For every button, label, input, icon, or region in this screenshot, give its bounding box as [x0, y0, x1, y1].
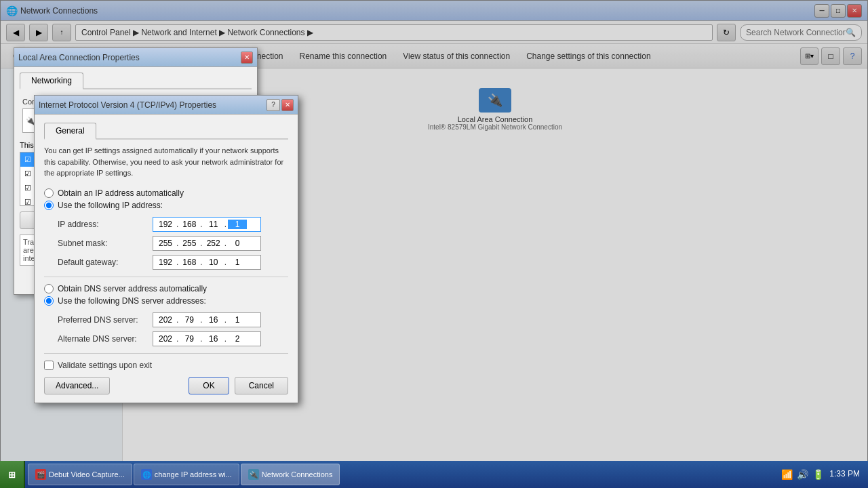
- gateway-input[interactable]: . . .: [153, 255, 261, 270]
- subnet-seg4[interactable]: [228, 239, 247, 248]
- tcp-title-bar: Internet Protocol Version 4 (TCP/IPv4) P…: [35, 96, 298, 115]
- radio-auto-dns[interactable]: [44, 284, 54, 293]
- ip-seg2[interactable]: [180, 220, 199, 229]
- change-ip-icon: 🌐: [141, 469, 152, 480]
- radio-auto-dns-row: Obtain DNS server address automatically: [44, 284, 288, 293]
- radio-manual-ip-row: Use the following IP address:: [44, 201, 288, 210]
- clock[interactable]: 1:33 PM: [829, 469, 860, 480]
- subnet-mask-label: Subnet mask:: [58, 239, 153, 248]
- divider2: [44, 353, 288, 354]
- pdns-seg1[interactable]: [156, 315, 175, 325]
- debut-label: Debut Video Capture...: [49, 470, 125, 479]
- windows-icon: ⊞: [8, 470, 16, 480]
- taskbar-item-debut[interactable]: 🎬 Debut Video Capture...: [28, 464, 132, 485]
- preferred-dns-label: Preferred DNS server:: [58, 315, 153, 325]
- taskbar-items: 🎬 Debut Video Capture... 🌐 change IP add…: [25, 464, 773, 485]
- gateway-label: Default gateway:: [58, 258, 153, 267]
- lac-title: Local Area Connection Properties: [18, 53, 241, 62]
- dns-radio-group: Obtain DNS server address automatically …: [44, 284, 288, 306]
- tcp-title-controls: ? ✕: [267, 99, 294, 111]
- gateway-row: Default gateway: . . .: [58, 255, 288, 270]
- adns-seg1[interactable]: [156, 334, 175, 344]
- adns-seg3[interactable]: [204, 334, 223, 344]
- validate-label: Validate settings upon exit: [58, 361, 152, 370]
- network-label: Network Connections: [262, 470, 333, 479]
- radio-auto-ip-row: Obtain an IP address automatically: [44, 188, 288, 198]
- ip-address-row: IP address: . . .: [58, 217, 288, 232]
- debut-icon: 🎬: [35, 469, 46, 480]
- tcp-title: Internet Protocol Version 4 (TCP/IPv4) P…: [39, 100, 267, 110]
- battery-icon: 🔋: [812, 469, 824, 480]
- radio-auto-dns-label: Obtain DNS server address automatically: [58, 284, 207, 293]
- clock-time: 1:33 PM: [829, 469, 860, 480]
- subnet-seg2[interactable]: [180, 239, 199, 248]
- tcp-help-button[interactable]: ?: [267, 99, 280, 111]
- tray-icons: 📶 🔊 🔋: [781, 469, 824, 480]
- divider: [44, 277, 288, 277]
- lac-tab-bar: Networking: [20, 73, 252, 89]
- gateway-seg1[interactable]: [156, 258, 175, 267]
- tcp-close-button[interactable]: ✕: [281, 99, 294, 111]
- radio-manual-ip[interactable]: [44, 201, 54, 210]
- tcp-info-text: You can get IP settings assigned automat…: [44, 145, 288, 179]
- network-icon: 🔌: [248, 469, 259, 480]
- alternate-dns-row: Alternate DNS server: . . .: [58, 331, 288, 346]
- alternate-dns-input[interactable]: . . .: [153, 331, 261, 346]
- subnet-mask-input[interactable]: . . .: [153, 236, 261, 251]
- subnet-seg1[interactable]: [156, 239, 175, 248]
- ip-radio-group: Obtain an IP address automatically Use t…: [44, 188, 288, 210]
- pdns-seg4[interactable]: [228, 315, 247, 325]
- adns-seg4[interactable]: [228, 334, 247, 344]
- pdns-seg3[interactable]: [204, 315, 223, 325]
- radio-auto-ip-label: Obtain an IP address automatically: [58, 188, 184, 198]
- ip-field-group: IP address: . . . Subnet mask: .: [44, 217, 288, 270]
- pdns-seg2[interactable]: [180, 315, 199, 325]
- ok-cancel-buttons: OK Cancel: [189, 377, 288, 394]
- preferred-dns-row: Preferred DNS server: . . .: [58, 312, 288, 327]
- taskbar-item-change-ip[interactable]: 🌐 change IP address wi...: [134, 464, 239, 485]
- taskbar: ⊞ 🎬 Debut Video Capture... 🌐 change IP a…: [0, 461, 868, 488]
- adns-seg2[interactable]: [180, 334, 199, 344]
- ip-address-input[interactable]: . . .: [153, 217, 261, 232]
- volume-icon: 🔊: [797, 469, 808, 480]
- radio-manual-dns-label: Use the following DNS server addresses:: [58, 296, 206, 306]
- network-tray-icon: 📶: [781, 469, 793, 480]
- taskbar-tray: 📶 🔊 🔋 1:33 PM: [773, 469, 868, 480]
- tab-networking[interactable]: Networking: [20, 73, 83, 89]
- radio-manual-dns[interactable]: [44, 296, 54, 306]
- tcp-body: General You can get IP settings assigned…: [35, 115, 298, 403]
- tcp-buttons: Advanced... OK Cancel: [44, 377, 288, 394]
- tcp-tab-bar: General: [44, 123, 288, 140]
- taskbar-item-network[interactable]: 🔌 Network Connections: [241, 464, 340, 485]
- radio-manual-dns-row: Use the following DNS server addresses:: [44, 296, 288, 306]
- ip-seg3[interactable]: [204, 220, 223, 229]
- tcp-ok-button[interactable]: OK: [189, 377, 229, 394]
- subnet-seg3[interactable]: [204, 239, 223, 248]
- ip-seg1[interactable]: [156, 220, 175, 229]
- ip-seg4[interactable]: [228, 220, 247, 229]
- dialog-tcp: Internet Protocol Version 4 (TCP/IPv4) P…: [34, 95, 298, 403]
- gateway-seg2[interactable]: [180, 258, 199, 267]
- change-ip-label: change IP address wi...: [155, 470, 232, 479]
- subnet-mask-row: Subnet mask: . . .: [58, 236, 288, 251]
- validate-row: Validate settings upon exit: [44, 361, 288, 370]
- gateway-seg4[interactable]: [228, 258, 247, 267]
- start-button[interactable]: ⊞: [0, 461, 25, 488]
- lac-title-bar: Local Area Connection Properties ✕: [14, 48, 257, 67]
- radio-auto-ip[interactable]: [44, 188, 54, 198]
- advanced-button[interactable]: Advanced...: [44, 377, 110, 394]
- dns-field-group: Preferred DNS server: . . . Alternate DN…: [44, 312, 288, 346]
- tab-general[interactable]: General: [44, 123, 96, 140]
- gateway-seg3[interactable]: [204, 258, 223, 267]
- validate-checkbox[interactable]: [44, 361, 54, 370]
- ip-address-label: IP address:: [58, 220, 153, 229]
- preferred-dns-input[interactable]: . . .: [153, 312, 261, 327]
- alternate-dns-label: Alternate DNS server:: [58, 334, 153, 344]
- tcp-cancel-button[interactable]: Cancel: [235, 377, 288, 394]
- radio-manual-ip-label: Use the following IP address:: [58, 201, 163, 210]
- lac-close-button[interactable]: ✕: [241, 52, 253, 64]
